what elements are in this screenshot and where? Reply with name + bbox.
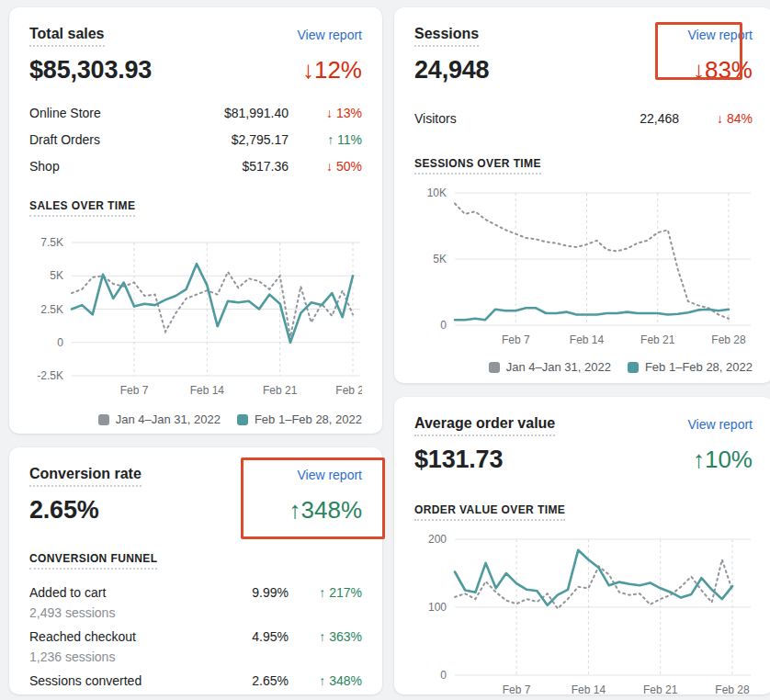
metric-label-cell: Shop: [29, 156, 178, 176]
svg-text:Feb 7: Feb 7: [120, 384, 149, 397]
legend-item: Jan 4–Jan 31, 2022: [98, 412, 221, 426]
card-sessions: Sessions View report 24,948 ↓83% Visitor…: [394, 7, 770, 383]
metric-row: Visitors 22,468 ↓ 84%: [414, 108, 753, 135]
card-header: Sessions View report: [414, 26, 753, 47]
funnel-step-delta: ↑ 348%: [289, 671, 362, 691]
sales-breakdown-list: Online Store $81,991.40 ↓ 13% Draft Orde…: [29, 103, 362, 183]
funnel-step-label: Added to cart: [29, 585, 106, 600]
metric-row: Draft Orders $2,795.17 ↑ 11%: [29, 130, 362, 156]
total-sales-value: $85,303.93: [29, 56, 152, 85]
metric-value: 22,468: [569, 108, 679, 129]
view-report-link[interactable]: View report: [297, 466, 362, 484]
metric-label: Shop: [29, 159, 60, 174]
sessions-value: 24,948: [414, 56, 489, 85]
funnel-step-sessions: 2,493 sessions: [29, 603, 178, 623]
primary-metric: $85,303.93 ↓12%: [29, 56, 362, 85]
legend-swatch-icon: [628, 362, 639, 373]
svg-text:Feb 14: Feb 14: [190, 384, 225, 397]
funnel-label-cell: Sessions converted 660 sessions: [29, 671, 178, 694]
sessions-delta: ↓83%: [693, 56, 753, 85]
svg-text:0: 0: [440, 319, 447, 332]
card-total-sales: Total sales View report $85,303.93 ↓12% …: [9, 7, 382, 434]
metric-value: $517.36: [178, 156, 289, 176]
total-sales-delta: ↓12%: [302, 56, 362, 85]
funnel-label-cell: Added to cart 2,493 sessions: [29, 582, 178, 623]
aov-title: Average order value: [414, 415, 555, 436]
metric-label-cell: Draft Orders: [29, 130, 178, 150]
legend-swatch-icon: [489, 362, 500, 373]
svg-text:100: 100: [428, 601, 447, 614]
metric-delta: ↑ 11%: [289, 130, 362, 150]
funnel-step-label: Sessions converted: [29, 673, 142, 688]
conversion-funnel-label: CONVERSION FUNNEL: [29, 552, 157, 570]
card-header: Conversion rate View report: [29, 466, 362, 487]
metric-row: Shop $517.36 ↓ 50%: [29, 156, 362, 183]
svg-text:Feb 14: Feb 14: [572, 683, 606, 694]
conversion-rate-delta: ↑348%: [289, 496, 363, 525]
legend-item: Jan 4–Jan 31, 2022: [489, 360, 611, 374]
svg-text:200: 200: [428, 533, 447, 546]
legend-label: Jan 4–Jan 31, 2022: [506, 360, 611, 374]
metric-delta: ↓ 50%: [289, 156, 362, 176]
svg-text:Feb 7: Feb 7: [503, 683, 531, 694]
legend-item: Feb 1–Feb 28, 2022: [237, 412, 362, 426]
primary-metric: 24,948 ↓83%: [414, 56, 753, 85]
funnel-step-delta: ↑ 217%: [289, 582, 362, 603]
funnel-row: Sessions converted 660 sessions 2.65% ↑ …: [29, 671, 362, 694]
total-sales-title: Total sales: [29, 26, 105, 47]
svg-text:2.5K: 2.5K: [40, 303, 63, 316]
sessions-title: Sessions: [414, 26, 479, 47]
funnel-step-rate: 2.65%: [178, 671, 289, 691]
funnel-row: Reached checkout 1,236 sessions 4.95% ↑ …: [29, 627, 362, 667]
svg-text:0: 0: [57, 336, 63, 349]
funnel-row: Added to cart 2,493 sessions 9.99% ↑ 217…: [29, 582, 362, 623]
svg-text:-2.5K: -2.5K: [37, 369, 63, 382]
funnel-step-sessions: 660 sessions: [29, 691, 178, 694]
legend-label: Feb 1–Feb 28, 2022: [255, 412, 362, 426]
aov-delta: ↑10%: [693, 446, 753, 474]
card-conversion-rate: Conversion rate View report 2.65% ↑348% …: [9, 447, 382, 694]
funnel-step-sessions: 1,236 sessions: [29, 647, 178, 667]
card-average-order-value: Average order value View report $131.73 …: [394, 397, 770, 694]
sales-chart-legend: Jan 4–Jan 31, 2022Feb 1–Feb 28, 2022: [29, 412, 362, 426]
svg-text:Feb 21: Feb 21: [643, 683, 678, 694]
funnel-step-rate: 4.95%: [178, 627, 289, 647]
sales-over-time-label: SALES OVER TIME: [29, 199, 135, 217]
metric-row: Online Store $81,991.40 ↓ 13%: [29, 103, 362, 130]
svg-text:0: 0: [440, 669, 447, 682]
metric-label-cell: Visitors: [414, 108, 569, 129]
card-header: Total sales View report: [29, 26, 362, 47]
svg-text:Feb 28: Feb 28: [715, 683, 750, 694]
funnel-step-rate: 9.99%: [178, 582, 289, 603]
metric-label: Draft Orders: [29, 132, 100, 147]
legend-item: Feb 1–Feb 28, 2022: [628, 360, 753, 374]
legend-swatch-icon: [237, 414, 248, 425]
sessions-chart-legend: Jan 4–Jan 31, 2022Feb 1–Feb 28, 2022: [414, 360, 753, 374]
svg-text:5K: 5K: [433, 253, 447, 265]
svg-text:7.5K: 7.5K: [40, 236, 63, 249]
svg-text:Feb 28: Feb 28: [335, 384, 362, 397]
view-report-link[interactable]: View report: [687, 26, 753, 44]
svg-text:Feb 7: Feb 7: [502, 333, 530, 346]
conversion-rate-title: Conversion rate: [29, 466, 142, 487]
conversion-funnel-list: Added to cart 2,493 sessions 9.99% ↑ 217…: [29, 582, 362, 694]
view-report-link[interactable]: View report: [297, 26, 362, 44]
primary-metric: $131.73 ↑10%: [414, 446, 753, 474]
svg-text:10K: 10K: [427, 186, 447, 199]
svg-text:Feb 21: Feb 21: [263, 384, 298, 397]
svg-text:5K: 5K: [50, 269, 63, 282]
metric-delta: ↓ 13%: [289, 103, 362, 123]
svg-text:Feb 28: Feb 28: [711, 333, 746, 346]
card-header: Average order value View report: [414, 415, 753, 436]
metric-value: $81,991.40: [178, 103, 289, 123]
metric-label: Visitors: [414, 111, 457, 126]
legend-label: Jan 4–Jan 31, 2022: [116, 412, 221, 426]
svg-text:Feb 14: Feb 14: [570, 333, 605, 346]
sales-over-time-chart: 7.5K5K2.5K0-2.5KFeb 7Feb 14Feb 21Feb 28: [29, 235, 362, 400]
funnel-step-delta: ↑ 363%: [289, 627, 362, 647]
legend-label: Feb 1–Feb 28, 2022: [645, 360, 753, 374]
primary-metric: 2.65% ↑348%: [29, 496, 362, 525]
order-value-over-time-chart: 2001000Feb 7Feb 14Feb 21Feb 28: [414, 532, 753, 694]
sessions-over-time-chart: 10K5K0Feb 7Feb 14Feb 21Feb 28: [414, 186, 753, 349]
view-report-link[interactable]: View report: [687, 415, 753, 434]
